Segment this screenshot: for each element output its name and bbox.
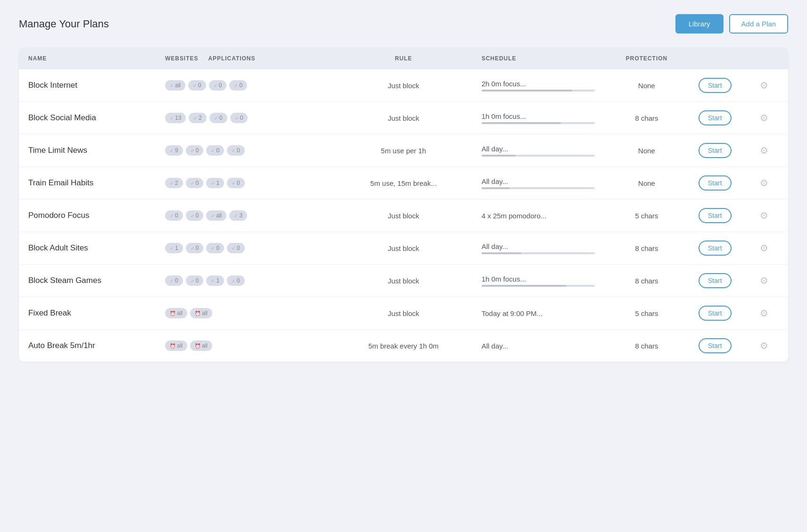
- check-icon: ✓: [211, 278, 215, 283]
- check-icon: ✓: [211, 181, 215, 186]
- gear-icon[interactable]: ⚙: [760, 112, 768, 124]
- rule-cell: Just block: [330, 277, 477, 285]
- check-icon: ✓: [170, 213, 174, 218]
- schedule-cell: Today at 9:00 PM...: [482, 309, 595, 317]
- table-row: Fixed Break⏰all⏰allJust blockToday at 9:…: [19, 297, 788, 330]
- schedule-cell: All day...: [482, 342, 595, 350]
- add-plan-button[interactable]: Add a Plan: [729, 14, 788, 33]
- header: Manage Your Plans Library Add a Plan: [19, 14, 788, 33]
- badge-label: 2: [175, 180, 178, 186]
- badges-cell: ✓0✓0✓all✓3: [165, 210, 325, 221]
- schedule-cell: All day...: [482, 242, 595, 254]
- gear-icon[interactable]: ⚙: [760, 80, 768, 91]
- plan-name: Fixed Break: [28, 308, 160, 318]
- badge-label: all: [177, 342, 183, 349]
- settings-cell: ⚙: [760, 340, 779, 351]
- schedule-text: All day...: [482, 342, 595, 350]
- rule-cell: Just block: [330, 212, 477, 220]
- plan-name: Block Adult Sites: [28, 243, 160, 253]
- actions-cell: Start: [699, 338, 755, 353]
- rule-cell: Just block: [330, 82, 477, 90]
- protection-cell: 5 chars: [599, 309, 694, 317]
- clock-icon: ⏰: [195, 311, 200, 316]
- badge-label: all: [202, 310, 208, 316]
- start-button[interactable]: Start: [699, 208, 732, 223]
- badge: ✓0: [227, 243, 245, 253]
- badge: ✓0: [186, 243, 204, 253]
- badge: ✓0: [229, 80, 247, 91]
- schedule-bar: [482, 187, 595, 189]
- start-button[interactable]: Start: [699, 143, 732, 158]
- clock-icon: ⏰: [195, 343, 200, 349]
- protection-cell: 8 chars: [599, 114, 694, 122]
- table-header: NAME WEBSITES APPLICATIONS RULE SCHEDULE…: [19, 48, 788, 69]
- badge-label: 9: [175, 147, 178, 154]
- badge: ✓all: [206, 210, 226, 221]
- gear-icon[interactable]: ⚙: [760, 145, 768, 156]
- protection-cell: None: [599, 147, 694, 155]
- gear-icon[interactable]: ⚙: [760, 177, 768, 189]
- badge-label: 3: [239, 212, 242, 219]
- start-button[interactable]: Start: [699, 273, 732, 288]
- gear-icon[interactable]: ⚙: [760, 275, 768, 286]
- page-container: Manage Your Plans Library Add a Plan NAM…: [0, 0, 807, 532]
- actions-cell: Start: [699, 208, 755, 223]
- rule-cell: Just block: [330, 244, 477, 252]
- plans-table: NAME WEBSITES APPLICATIONS RULE SCHEDULE…: [19, 48, 788, 362]
- badge-label: 2: [199, 115, 202, 121]
- gear-icon[interactable]: ⚙: [760, 340, 768, 351]
- schedule-text: 2h 0m focus...: [482, 80, 595, 88]
- plan-name: Block Social Media: [28, 113, 160, 123]
- schedule-bar-fill: [482, 187, 510, 189]
- gear-icon[interactable]: ⚙: [760, 308, 768, 319]
- badge-label: 0: [219, 115, 223, 121]
- schedule-cell: 2h 0m focus...: [482, 80, 595, 91]
- col-header-settings: [760, 55, 779, 62]
- schedule-text: 1h 0m focus...: [482, 275, 595, 283]
- start-button[interactable]: Start: [699, 110, 732, 125]
- start-button[interactable]: Start: [699, 175, 732, 191]
- badge-label: 1: [175, 245, 178, 251]
- schedule-bar-fill: [482, 252, 521, 254]
- settings-cell: ⚙: [760, 112, 779, 124]
- badge: ✓0: [206, 243, 224, 253]
- header-buttons: Library Add a Plan: [675, 14, 788, 33]
- check-icon: ✓: [232, 181, 235, 186]
- page-title: Manage Your Plans: [19, 18, 109, 30]
- start-button[interactable]: Start: [699, 241, 732, 256]
- gear-icon[interactable]: ⚙: [760, 210, 768, 221]
- schedule-text: 1h 0m focus...: [482, 112, 595, 120]
- badges-cell: ✓2✓0✓1✓0: [165, 178, 325, 188]
- check-icon: ✓: [191, 246, 194, 251]
- schedule-text: All day...: [482, 177, 595, 185]
- col-header-protection: PROTECTION: [599, 55, 694, 62]
- check-icon: ✓: [232, 148, 235, 153]
- badge: ✓0: [230, 113, 248, 123]
- badge: ✓0: [165, 275, 183, 286]
- schedule-text: Today at 9:00 PM...: [482, 309, 595, 317]
- settings-cell: ⚙: [760, 177, 779, 189]
- badge-label: 0: [196, 245, 199, 251]
- start-button[interactable]: Start: [699, 338, 732, 353]
- settings-cell: ⚙: [760, 210, 779, 221]
- actions-cell: Start: [699, 175, 755, 191]
- check-icon: ✓: [170, 181, 174, 186]
- check-icon: ✓: [214, 83, 217, 88]
- check-icon: ✓: [211, 246, 215, 251]
- badge-label: 0: [237, 147, 240, 154]
- gear-icon[interactable]: ⚙: [760, 242, 768, 254]
- schedule-cell: 1h 0m focus...: [482, 275, 595, 287]
- badge-label: 0: [196, 277, 199, 284]
- check-icon: ✓: [170, 246, 174, 251]
- library-button[interactable]: Library: [675, 14, 724, 33]
- settings-cell: ⚙: [760, 242, 779, 254]
- protection-cell: None: [599, 179, 694, 187]
- protection-cell: 8 chars: [599, 277, 694, 285]
- check-icon: ✓: [214, 116, 218, 121]
- badge: ✓2: [189, 113, 207, 123]
- badge: ✓0: [186, 275, 204, 286]
- table-body: Block Internet✓all✓0✓0✓0Just block2h 0m …: [19, 69, 788, 362]
- start-button[interactable]: Start: [699, 306, 732, 321]
- start-button[interactable]: Start: [699, 78, 732, 93]
- check-icon: ✓: [193, 83, 197, 88]
